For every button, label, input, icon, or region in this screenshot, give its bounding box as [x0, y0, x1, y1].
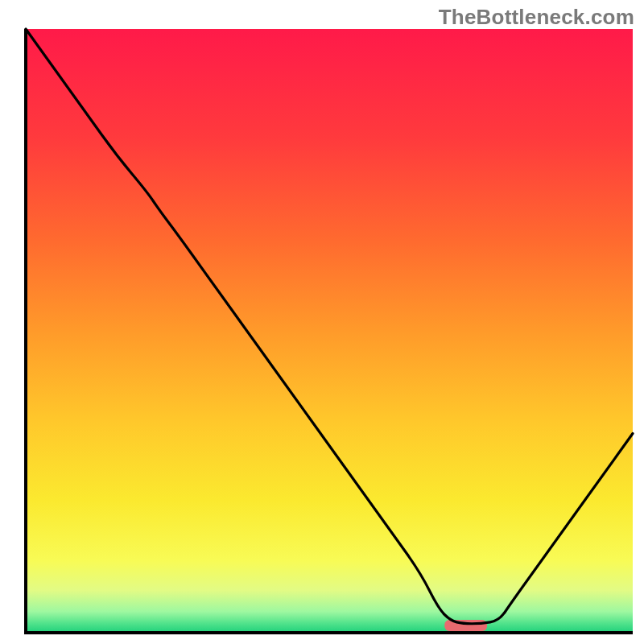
- watermark-text: TheBottleneck.com: [439, 5, 634, 30]
- chart-container: TheBottleneck.com: [0, 0, 644, 644]
- gradient-background: [26, 29, 633, 633]
- optimum-marker: [444, 620, 487, 631]
- bottleneck-chart: [0, 0, 644, 644]
